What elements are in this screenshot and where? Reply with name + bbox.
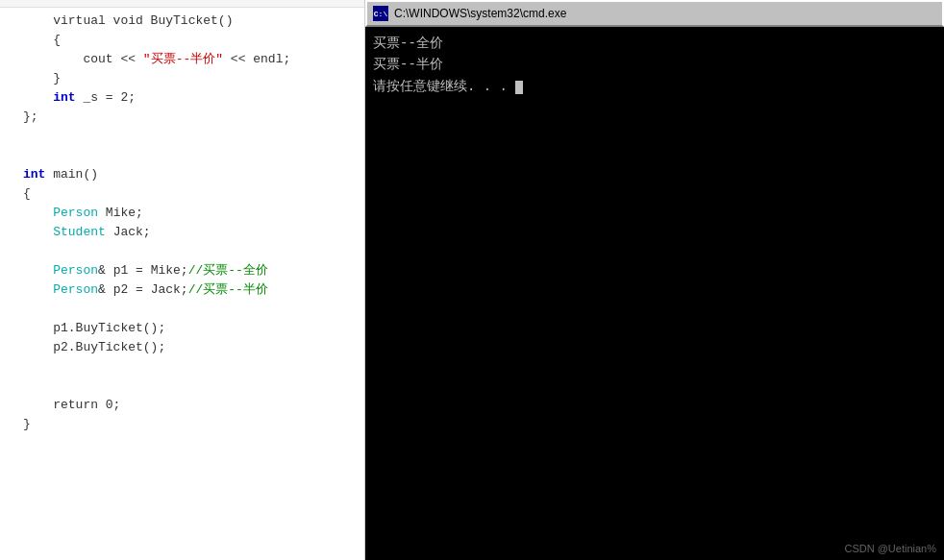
- line-content: Person& p2 = Jack;//买票--半价: [17, 280, 268, 300]
- line-content: Person& p1 = Mike;//买票--全价: [17, 261, 268, 280]
- watermark: CSDN @Uetinian%: [844, 543, 936, 554]
- code-line: p2.BuyTicket();: [0, 338, 364, 357]
- code-line: [0, 357, 364, 377]
- terminal-line: 请按任意键继续. . .: [373, 76, 936, 97]
- code-line: [0, 377, 364, 396]
- line-content: {: [17, 31, 61, 50]
- line-content: }: [17, 69, 61, 88]
- line-content: [17, 300, 31, 319]
- code-line: };: [0, 108, 364, 127]
- code-line: p1.BuyTicket();: [0, 319, 364, 338]
- line-content: return 0;: [17, 396, 120, 415]
- line-content: [17, 146, 31, 165]
- terminal-line: 买票--半价: [373, 54, 936, 75]
- line-content: p1.BuyTicket();: [17, 319, 165, 338]
- line-content: [17, 357, 31, 377]
- terminal-titlebar: C:\ C:\WINDOWS\system32\cmd.exe: [365, 0, 944, 27]
- line-content: p2.BuyTicket();: [17, 338, 165, 357]
- line-content: [17, 242, 31, 261]
- terminal-title: C:\WINDOWS\system32\cmd.exe: [394, 7, 566, 20]
- editor-main: virtual void BuyTicket() { cout << "买票--…: [0, 8, 364, 560]
- code-area: virtual void BuyTicket() { cout << "买票--…: [0, 8, 364, 438]
- code-line: }: [0, 415, 364, 434]
- terminal-output: 买票--全价买票--半价请按任意键继续. . .: [373, 33, 936, 97]
- terminal-icon: C:\: [373, 6, 388, 21]
- code-line: int main(): [0, 165, 364, 184]
- terminal-body[interactable]: 买票--全价买票--半价请按任意键继续. . . CSDN @Uetinian%: [365, 27, 944, 560]
- line-content: };: [17, 108, 38, 127]
- line-content: virtual void BuyTicket(): [17, 12, 233, 31]
- line-content: }: [17, 415, 31, 434]
- code-line: Person& p1 = Mike;//买票--全价: [0, 261, 364, 280]
- code-editor: virtual void BuyTicket() { cout << "买票--…: [0, 0, 365, 560]
- terminal-line: 买票--全价: [373, 33, 936, 54]
- line-content: [17, 127, 31, 146]
- code-line: {: [0, 184, 364, 204]
- code-line: Person Mike;: [0, 204, 364, 223]
- code-line: Student Jack;: [0, 223, 364, 242]
- code-line: cout << "买票--半价" << endl;: [0, 50, 364, 69]
- line-content: int _s = 2;: [17, 88, 136, 108]
- code-line: Person& p2 = Jack;//买票--半价: [0, 280, 364, 300]
- line-content: int main(): [17, 165, 98, 184]
- code-line: }: [0, 69, 364, 88]
- line-content: [17, 377, 31, 396]
- code-line: {: [0, 31, 364, 50]
- code-line: return 0;: [0, 396, 364, 415]
- code-line: [0, 146, 364, 165]
- line-content: {: [17, 184, 31, 204]
- line-content: Student Jack;: [17, 223, 151, 242]
- line-content: Person Mike;: [17, 204, 143, 223]
- line-content: cout << "买票--半价" << endl;: [17, 50, 290, 69]
- code-line: [0, 242, 364, 261]
- terminal-icon-label: C:\: [374, 10, 387, 18]
- code-line: int _s = 2;: [0, 88, 364, 108]
- terminal-cursor: [515, 81, 523, 94]
- code-line: [0, 127, 364, 146]
- code-line: virtual void BuyTicket(): [0, 12, 364, 31]
- terminal-panel: C:\ C:\WINDOWS\system32\cmd.exe 买票--全价买票…: [365, 0, 944, 560]
- code-line: [0, 300, 364, 319]
- editor-scroll-bar[interactable]: [0, 0, 364, 8]
